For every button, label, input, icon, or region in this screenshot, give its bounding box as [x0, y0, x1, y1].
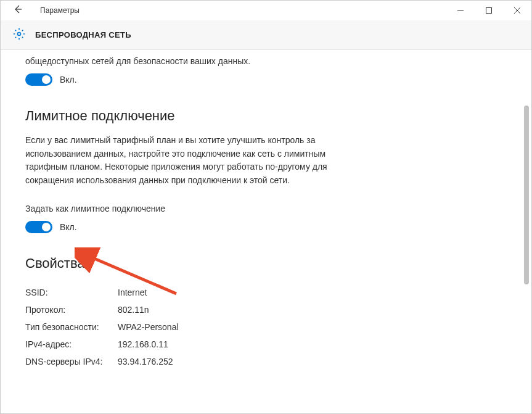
toggle-label: Вкл. [60, 222, 77, 232]
metered-toggle[interactable] [25, 221, 52, 233]
app-title: Параметры [40, 6, 80, 15]
public-networks-toggle[interactable] [25, 73, 52, 86]
property-value: 802.11n [118, 305, 149, 315]
property-row: DNS-серверы IPv4: 93.94.176.252 [25, 353, 507, 370]
properties-heading: Свойства [25, 255, 507, 271]
property-key: SSID: [25, 288, 118, 297]
vertical-scrollbar[interactable] [522, 50, 530, 414]
gear-icon [13, 28, 25, 43]
titlebar: Параметры [1, 1, 531, 20]
titlebar-left: Параметры [1, 2, 80, 20]
set-metered-label: Задать как лимитное подключение [25, 204, 507, 213]
property-value: 93.94.176.252 [118, 357, 173, 366]
property-row: IPv4-адрес: 192.168.0.11 [25, 336, 507, 353]
properties-list: SSID: Internet Протокол: 802.11n Тип без… [25, 284, 507, 370]
property-key: DNS-серверы IPv4: [25, 357, 118, 366]
property-key: Протокол: [25, 305, 118, 315]
metered-toggle-row: Вкл. [25, 221, 507, 233]
svg-rect-1 [486, 8, 492, 14]
close-button[interactable] [503, 1, 531, 20]
content-area: общедоступных сетей для безопасности ваш… [1, 50, 531, 414]
toggle-label: Вкл. [60, 75, 77, 85]
metered-connection-heading: Лимитное подключение [25, 108, 507, 124]
toggle-knob [42, 75, 51, 84]
property-row: SSID: Internet [25, 284, 507, 301]
property-key: Тип безопасности: [25, 322, 118, 332]
svg-point-4 [18, 32, 21, 35]
toggle-knob [42, 223, 51, 231]
metered-connection-description: Если у вас лимитный тарифный план и вы х… [25, 134, 334, 188]
back-button[interactable] [8, 2, 28, 20]
property-row: Тип безопасности: WPA2-Personal [25, 318, 507, 336]
page-title: БЕСПРОВОДНАЯ СЕТЬ [35, 30, 131, 39]
public-networks-toggle-row: Вкл. [25, 73, 507, 86]
property-key: IPv4-адрес: [25, 339, 118, 349]
scrollbar-thumb[interactable] [524, 106, 529, 284]
previous-section-fragment: общедоступных сетей для безопасности ваш… [25, 56, 507, 66]
property-row: Протокол: 802.11n [25, 301, 507, 318]
property-value: WPA2-Personal [118, 322, 179, 332]
property-value: Internet [118, 288, 147, 297]
window-controls [446, 1, 531, 20]
minimize-button[interactable] [446, 1, 475, 20]
property-value: 192.168.0.11 [118, 339, 168, 349]
page-header: БЕСПРОВОДНАЯ СЕТЬ [1, 20, 531, 50]
content: общедоступных сетей для безопасности ваш… [1, 50, 531, 414]
maximize-button[interactable] [475, 1, 503, 20]
